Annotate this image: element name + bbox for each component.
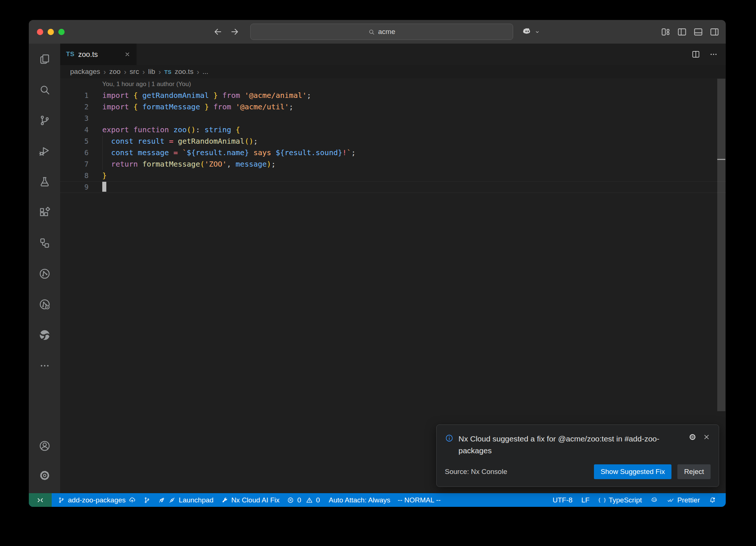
status-label: LF xyxy=(581,496,590,504)
code-line: 4export function zoo(): string { xyxy=(60,124,726,136)
error-icon xyxy=(287,496,294,504)
problem-count: 0 xyxy=(316,496,320,504)
auto-attach[interactable]: Auto Attach: Always xyxy=(325,493,394,507)
tab-zoo-ts[interactable]: TS zoo.ts xyxy=(60,44,137,65)
history-forward-button[interactable] xyxy=(230,27,240,37)
language-mode[interactable]: { }TypeScript xyxy=(594,493,646,507)
git-graph-icon xyxy=(143,496,151,504)
activity-nx-cloud[interactable] xyxy=(29,289,60,320)
code-line: 1import { getRandomAnimal } from '@acme/… xyxy=(60,90,726,101)
double-check-icon xyxy=(667,496,674,504)
code-line: 3 xyxy=(60,113,726,124)
toggle-secondary-sidebar-button[interactable] xyxy=(709,27,720,37)
gear-icon xyxy=(38,469,51,482)
copilot-menu[interactable] xyxy=(522,20,540,44)
plug-icon xyxy=(168,496,176,504)
code-text: return formatMessage('ZOO', message); xyxy=(102,158,276,170)
remote-icon xyxy=(36,496,44,504)
code-line: 2import { formatMessage } from '@acme/ut… xyxy=(60,101,726,113)
status-label: Auto Attach: Always xyxy=(329,496,390,504)
status-label: Nx Cloud AI Fix xyxy=(231,496,279,504)
search-icon xyxy=(368,28,375,35)
activity-run-and-debug[interactable] xyxy=(29,136,60,166)
line-number: 2 xyxy=(60,101,89,113)
notification-settings-icon[interactable] xyxy=(688,433,697,441)
notification-source: Source: Nx Console xyxy=(445,468,507,476)
breadcrumb-separator: › xyxy=(124,68,127,76)
breadcrumb-overflow[interactable]: ... xyxy=(203,68,209,76)
breadcrumb: packages›zoo›src›lib›TSzoo.ts›... xyxy=(60,65,726,78)
formatter-prettier[interactable]: Prettier xyxy=(663,493,704,507)
activity-extensions[interactable] xyxy=(29,197,60,228)
encoding[interactable]: UTF-8 xyxy=(548,493,577,507)
breadcrumb-item[interactable]: zoo xyxy=(109,68,121,76)
nx-cloud-ai-fix[interactable]: Nx Cloud AI Fix xyxy=(217,493,283,507)
overview-ruler-cursor xyxy=(717,159,725,160)
typescript-file-icon: TS xyxy=(66,51,75,58)
show-suggested-fix-button[interactable]: Show Suggested Fix xyxy=(594,464,671,479)
status-label: add-zoo-packages xyxy=(68,496,126,504)
tab-close-icon[interactable] xyxy=(124,51,131,58)
breadcrumb-item[interactable]: lib xyxy=(148,68,155,76)
beaker-icon xyxy=(38,175,51,188)
chevron-down-icon[interactable] xyxy=(534,29,540,35)
line-number: 8 xyxy=(60,170,89,181)
typescript-file-icon: TS xyxy=(164,69,171,75)
close-button[interactable] xyxy=(37,29,43,35)
line-number: 7 xyxy=(60,158,89,170)
git-branch[interactable]: add-zoo-packages xyxy=(54,493,140,507)
scrollbar-slider[interactable] xyxy=(717,79,725,411)
breadcrumb-separator: › xyxy=(142,68,145,76)
breadcrumb-item[interactable]: src xyxy=(130,68,139,76)
editor-cursor xyxy=(102,182,106,192)
activity-more-views[interactable] xyxy=(29,350,60,381)
minimize-button[interactable] xyxy=(48,29,54,35)
accounts-button[interactable] xyxy=(29,431,60,461)
activity-nx-console[interactable] xyxy=(29,258,60,289)
end-of-line[interactable]: LF xyxy=(577,493,594,507)
manage-button[interactable] xyxy=(29,461,60,490)
more-editor-actions-button[interactable] xyxy=(709,50,718,59)
code-text: } xyxy=(102,170,107,181)
vim-mode[interactable]: -- NORMAL -- xyxy=(394,493,444,507)
launchpad[interactable]: Launchpad xyxy=(154,493,217,507)
activity-explorer[interactable] xyxy=(29,44,60,74)
remote-indicator[interactable] xyxy=(29,493,52,507)
code-text: import { getRandomAnimal } from '@acme/a… xyxy=(102,90,311,101)
notification-message: Nx Cloud suggested a fix for @acme/zoo:t… xyxy=(458,433,675,457)
notification-close-icon[interactable] xyxy=(702,433,711,441)
code-line: 5 const result = getRandomAnimal(); xyxy=(60,136,726,147)
history-back-button[interactable] xyxy=(213,27,223,37)
edge-icon xyxy=(38,329,51,341)
split-editor-button[interactable] xyxy=(691,50,701,59)
activity-source-control[interactable] xyxy=(29,105,60,136)
traffic-lights xyxy=(37,20,65,44)
breadcrumb-file[interactable]: zoo.ts xyxy=(175,68,193,76)
command-center-search[interactable]: acme xyxy=(250,24,513,40)
line-number: 6 xyxy=(60,147,89,158)
notifications-bell[interactable] xyxy=(704,493,721,507)
rocket-icon xyxy=(158,496,165,504)
zoom-button[interactable] xyxy=(58,29,65,35)
code-text xyxy=(102,181,106,193)
activity-project-structure[interactable] xyxy=(29,228,60,258)
activity-edge-tools[interactable] xyxy=(29,320,60,350)
activity-testing[interactable] xyxy=(29,166,60,197)
toggle-primary-sidebar-button[interactable] xyxy=(677,27,687,37)
branch-icon xyxy=(58,496,65,504)
cloud-up-icon xyxy=(128,496,136,504)
breadcrumb-separator: › xyxy=(197,68,199,76)
breadcrumb-item[interactable]: packages xyxy=(70,68,100,76)
source-control-graph[interactable] xyxy=(140,493,154,507)
tab-label: zoo.ts xyxy=(78,50,98,59)
problems[interactable]: 00 xyxy=(283,493,325,507)
code-line: 8} xyxy=(60,170,726,181)
line-number: 9 xyxy=(60,181,89,193)
toggle-panel-button[interactable] xyxy=(693,27,704,37)
status-label: Launchpad xyxy=(179,496,213,504)
nx-console-icon xyxy=(38,267,51,280)
reject-button[interactable]: Reject xyxy=(677,464,711,479)
copilot-status[interactable] xyxy=(646,493,663,507)
customize-layout-button[interactable] xyxy=(660,27,671,37)
activity-search[interactable] xyxy=(29,74,60,105)
